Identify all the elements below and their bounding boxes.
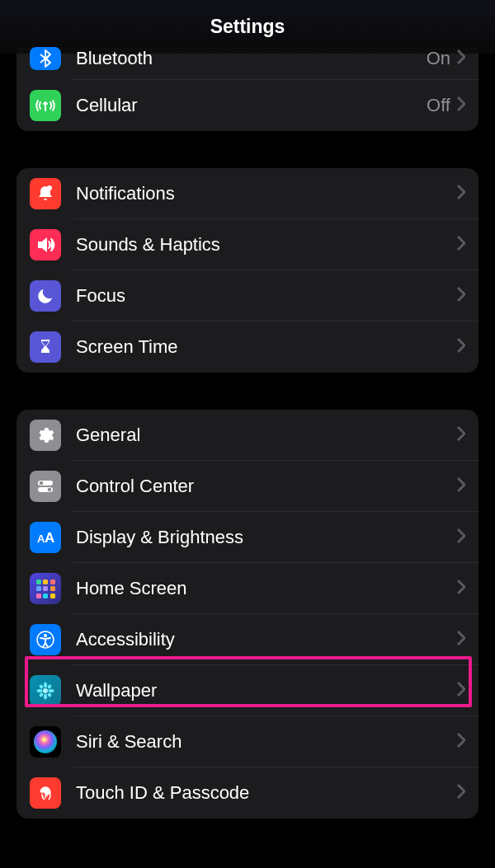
speaker-icon: [30, 229, 61, 260]
chevron-right-icon: [457, 784, 465, 802]
row-label: Cellular: [76, 95, 427, 116]
row-label: Control Center: [76, 476, 457, 497]
row-focus[interactable]: Focus: [16, 270, 478, 321]
bell-icon: [30, 178, 61, 209]
row-accessibility[interactable]: Accessibility: [16, 614, 478, 665]
row-controlcenter[interactable]: Control Center: [16, 461, 478, 512]
svg-point-12: [37, 689, 43, 692]
row-label: General: [76, 425, 457, 446]
row-display[interactable]: AA Display & Brightness: [16, 512, 478, 563]
svg-point-11: [44, 694, 47, 700]
bluetooth-icon: [30, 47, 61, 70]
chevron-right-icon: [457, 682, 465, 700]
row-general[interactable]: General: [16, 410, 478, 461]
wallpaper-icon: [30, 675, 61, 706]
svg-point-9: [43, 688, 48, 693]
row-label: Focus: [76, 285, 457, 307]
settings-header: Settings: [0, 0, 495, 54]
chevron-right-icon: [457, 579, 465, 598]
home-grid-icon: [30, 573, 61, 604]
row-touchid[interactable]: Touch ID & Passcode: [16, 767, 478, 819]
chevron-right-icon: [457, 185, 465, 203]
siri-icon: [30, 726, 61, 758]
row-label: Touch ID & Passcode: [76, 782, 457, 804]
row-bluetooth[interactable]: Bluetooth On: [16, 47, 478, 80]
toggles-icon: [30, 471, 61, 502]
row-screentime[interactable]: Screen Time: [16, 321, 478, 373]
chevron-right-icon: [457, 733, 465, 751]
hourglass-icon: [30, 331, 61, 363]
svg-text:A: A: [45, 530, 54, 546]
svg-point-10: [44, 683, 47, 688]
section-general: General Control Center AA Display & Brig…: [16, 410, 478, 819]
chevron-right-icon: [457, 631, 465, 649]
row-label: Wallpaper: [76, 680, 457, 701]
row-wallpaper[interactable]: Wallpaper: [16, 665, 478, 716]
accessibility-icon: [30, 624, 61, 655]
row-label: Sounds & Haptics: [76, 234, 457, 256]
row-label: Accessibility: [76, 629, 457, 650]
svg-point-17: [39, 692, 44, 697]
svg-point-4: [48, 488, 52, 492]
page-title: Settings: [210, 16, 285, 38]
row-label: Bluetooth: [76, 48, 427, 69]
row-siri[interactable]: Siri & Search: [16, 716, 478, 767]
row-label: Home Screen: [76, 578, 457, 599]
moon-icon: [30, 280, 61, 312]
svg-point-16: [47, 684, 52, 689]
chevron-right-icon: [457, 96, 465, 115]
fingerprint-icon: [30, 777, 61, 809]
chevron-right-icon: [457, 49, 465, 68]
chevron-right-icon: [457, 528, 465, 547]
chevron-right-icon: [457, 477, 465, 495]
svg-point-2: [40, 481, 44, 486]
svg-point-0: [47, 185, 52, 190]
row-label: Display & Brightness: [76, 527, 457, 548]
chevron-right-icon: [457, 236, 465, 254]
row-notifications[interactable]: Notifications: [16, 168, 478, 219]
row-cellular[interactable]: Cellular Off: [16, 80, 478, 131]
section-alerts: Notifications Sounds & Haptics Focus Scr…: [16, 168, 478, 373]
text-size-icon: AA: [30, 522, 61, 553]
row-label: Siri & Search: [76, 731, 457, 753]
row-value: Off: [427, 95, 450, 116]
row-homescreen[interactable]: Home Screen: [16, 563, 478, 614]
row-sounds[interactable]: Sounds & Haptics: [16, 219, 478, 270]
svg-point-14: [39, 684, 44, 689]
row-label: Notifications: [76, 183, 457, 204]
chevron-right-icon: [457, 338, 465, 356]
svg-point-8: [44, 634, 47, 637]
settings-scroll[interactable]: Bluetooth On Cellular Off Notifications: [0, 47, 495, 819]
chevron-right-icon: [457, 426, 465, 444]
section-connectivity: Bluetooth On Cellular Off: [16, 47, 478, 131]
row-value: On: [427, 48, 450, 69]
cellular-icon: [30, 90, 61, 121]
svg-point-13: [49, 689, 54, 692]
svg-point-15: [47, 692, 52, 697]
chevron-right-icon: [457, 287, 465, 305]
row-label: Screen Time: [76, 336, 457, 358]
gear-icon: [30, 420, 61, 451]
